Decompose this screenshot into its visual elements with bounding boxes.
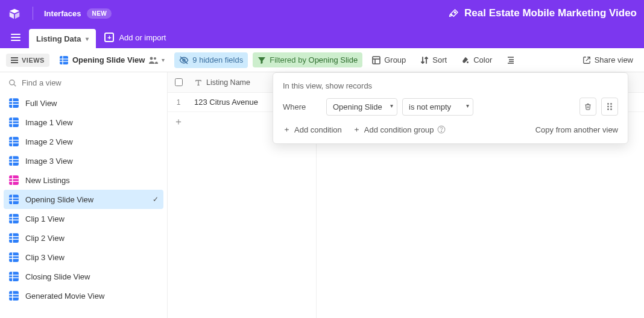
chevron-down-icon[interactable]: ▾ (86, 36, 89, 42)
add-or-import-button[interactable]: + Add or import (96, 26, 174, 48)
grid-icon (59, 55, 69, 65)
hidden-fields-button[interactable]: 9 hidden fields (174, 52, 248, 68)
svg-point-73 (607, 103, 609, 105)
app-logo-icon[interactable] (7, 6, 22, 20)
sidebar-view-item[interactable]: Full View (0, 93, 167, 113)
drag-icon (607, 102, 613, 111)
sidebar-item-label: Image 3 View (25, 157, 73, 166)
svg-point-22 (467, 61, 469, 63)
views-toggle-button[interactable]: VIEWS (6, 54, 49, 67)
svg-rect-41 (9, 156, 19, 166)
view-toolbar: VIEWS Opening Slide View ▾ 9 hidden fiel… (0, 48, 644, 72)
svg-rect-65 (9, 272, 19, 281)
project-title-text: Real Estate Mobile Marketing Video (464, 7, 637, 19)
svg-marker-1 (10, 12, 14, 19)
check-icon: ✓ (153, 195, 159, 204)
sidebar-view-item[interactable]: Opening Slide View✓ (4, 190, 163, 209)
sidebar-item-label: Image 2 View (25, 137, 73, 146)
tab-listing-data[interactable]: Listing Data ▾ (29, 29, 96, 48)
svg-point-15 (154, 57, 156, 60)
svg-point-76 (610, 106, 612, 108)
drag-condition-handle[interactable] (601, 98, 618, 116)
sidebar-view-item[interactable]: Closing Slide View (0, 267, 167, 286)
svg-rect-57 (9, 233, 19, 243)
group-label: Group (384, 55, 406, 64)
group-button[interactable]: Group (367, 52, 411, 67)
menu-icon[interactable] (5, 26, 27, 48)
grid-icon (8, 213, 19, 224)
svg-rect-29 (9, 98, 19, 108)
svg-point-77 (607, 108, 609, 110)
copy-from-view-button[interactable]: Copy from another view (535, 125, 618, 134)
svg-point-75 (607, 106, 609, 108)
svg-point-3 (454, 11, 455, 13)
svg-rect-53 (9, 214, 19, 223)
project-title[interactable]: Real Estate Mobile Marketing Video (449, 7, 637, 19)
filter-popover: In this view, show records Where Opening… (273, 72, 628, 144)
sidebar-view-item[interactable]: Image 1 View (0, 113, 167, 132)
eye-off-icon (179, 55, 189, 65)
sidebar-view-item[interactable]: Generated Movie View (0, 286, 167, 305)
group-icon (372, 56, 380, 64)
people-icon (148, 55, 158, 65)
divider (33, 7, 33, 20)
filter-operator-select[interactable]: is not empty (402, 98, 473, 116)
grid-icon (8, 98, 19, 108)
grid-icon (8, 194, 19, 205)
grid-icon (8, 155, 19, 166)
grid-icon (8, 175, 19, 186)
sidebar-view-item[interactable]: Image 3 View (0, 151, 167, 170)
select-all-checkbox[interactable] (175, 78, 183, 86)
sidebar-item-label: Closing Slide View (25, 272, 90, 281)
sidebar-item-label: Image 1 View (25, 118, 73, 127)
new-badge: NEW (87, 8, 112, 19)
share-view-button[interactable]: Share view (578, 52, 638, 67)
search-view-input[interactable] (22, 78, 159, 87)
add-condition-group-label: Add condition group (364, 125, 434, 134)
search-view-row (0, 72, 167, 93)
plus-icon: + (104, 33, 114, 42)
rocket-icon (449, 8, 459, 19)
svg-marker-2 (15, 12, 19, 19)
sidebar-view-item[interactable]: Clip 2 View (0, 228, 167, 248)
tab-label: Listing Data (36, 34, 81, 43)
svg-point-74 (610, 103, 612, 105)
sidebar-view-item[interactable]: Clip 3 View (0, 248, 167, 267)
sidebar-item-label: Clip 3 View (25, 253, 65, 262)
sidebar-view-item[interactable]: Clip 1 View (0, 209, 167, 228)
copy-from-view-label: Copy from another view (535, 125, 618, 134)
filter-popover-footer: ＋ Add condition ＋ Add condition group Co… (283, 124, 618, 135)
delete-condition-button[interactable] (579, 98, 596, 116)
sidebar-item-label: Full View (25, 99, 57, 108)
filter-field-select[interactable]: Opening Slide (326, 98, 397, 116)
plus-icon: ＋ (283, 124, 291, 135)
text-field-icon (194, 78, 203, 87)
row-height-button[interactable] (502, 53, 520, 67)
hidden-fields-label: 9 hidden fields (192, 55, 243, 64)
sidebar-item-label: Clip 2 View (25, 234, 65, 243)
add-condition-group-button[interactable]: ＋ Add condition group (353, 124, 446, 135)
filter-button[interactable]: Filtered by Opening Slide (253, 52, 362, 67)
svg-rect-19 (373, 57, 380, 64)
views-label: VIEWS (22, 57, 45, 64)
add-row-button[interactable]: ＋ (168, 112, 189, 131)
add-condition-button[interactable]: ＋ Add condition (283, 124, 342, 135)
color-button[interactable]: Color (456, 52, 497, 67)
svg-rect-10 (60, 56, 68, 64)
interfaces-link[interactable]: Interfaces (44, 9, 81, 18)
app-header: Interfaces NEW Real Estate Mobile Market… (0, 0, 644, 26)
column-header-label: Listing Name (206, 78, 250, 87)
grid-icon (8, 136, 19, 147)
svg-rect-45 (9, 175, 19, 185)
filter-label: Filtered by Opening Slide (270, 55, 358, 64)
sidebar-view-item[interactable]: Image 2 View (0, 132, 167, 151)
chevron-down-icon[interactable]: ▾ (162, 57, 165, 63)
grid-icon (8, 252, 19, 263)
sidebar-view-item[interactable]: New Listings (0, 170, 167, 190)
sidebar-item-label: Clip 1 View (25, 214, 65, 223)
current-view-button[interactable]: Opening Slide View ▾ (54, 52, 169, 68)
sidebar-item-label: Generated Movie View (25, 292, 104, 301)
sort-button[interactable]: Sort (415, 52, 452, 67)
grid-icon (8, 290, 19, 301)
filter-description: In this view, show records (283, 81, 618, 90)
